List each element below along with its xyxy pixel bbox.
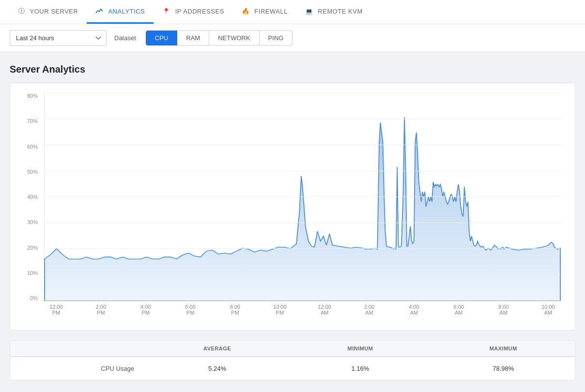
tab-ram[interactable]: RAM bbox=[177, 30, 209, 45]
grid-line bbox=[45, 145, 560, 145]
ip-addresses-icon: 📍 bbox=[162, 8, 170, 15]
stats-row-maximum: 78.98% bbox=[432, 357, 575, 380]
grid-line bbox=[45, 248, 560, 249]
grid-line bbox=[45, 196, 560, 197]
analytics-icon bbox=[95, 7, 103, 15]
stats-header-maximum: MAXIMUM bbox=[432, 341, 575, 356]
y-label: 20% bbox=[27, 245, 38, 251]
y-label: 60% bbox=[27, 144, 38, 150]
grid-line bbox=[45, 93, 560, 93]
chart-card: 80%70%60%50%40%30%20%10%0% bbox=[10, 83, 575, 331]
chart-inner bbox=[44, 93, 560, 301]
x-label: 10:00PM bbox=[268, 304, 292, 316]
y-axis: 80%70%60%50%40%30%20%10%0% bbox=[20, 93, 42, 301]
firewall-icon: 🔥 bbox=[242, 8, 250, 15]
stats-header-average: AVERAGE bbox=[146, 341, 289, 356]
stats-header: AVERAGE MINIMUM MAXIMUM bbox=[10, 341, 575, 357]
stats-row-label: CPU Usage bbox=[10, 357, 146, 380]
remote-kvm-icon: 💻 bbox=[305, 8, 313, 15]
nav-item-analytics[interactable]: ANALYTICS bbox=[87, 0, 154, 24]
tab-ping[interactable]: PING bbox=[260, 30, 293, 45]
y-label: 0% bbox=[30, 295, 38, 301]
nav-label-remote-kvm: REMOTE KVM bbox=[318, 8, 362, 15]
x-label: 12:00PM bbox=[44, 304, 68, 316]
grid-line bbox=[45, 119, 560, 120]
nav-item-firewall[interactable]: 🔥FIREWALL bbox=[233, 0, 296, 24]
stats-table: AVERAGE MINIMUM MAXIMUM CPU Usage 5.24% … bbox=[10, 340, 575, 380]
x-label: 6:00AM bbox=[446, 304, 471, 316]
tab-network[interactable]: NETWORK bbox=[209, 30, 259, 45]
grid-line bbox=[45, 223, 560, 223]
x-label: 6:00PM bbox=[178, 304, 202, 316]
grid-line bbox=[45, 300, 560, 301]
y-label: 10% bbox=[27, 270, 38, 276]
x-label: 4:00AM bbox=[402, 304, 426, 316]
top-nav: ⓘYOUR SERVERANALYTICS📍IP ADDRESSES🔥FIREW… bbox=[0, 0, 585, 24]
stats-header-empty bbox=[10, 341, 146, 356]
nav-label-analytics: ANALYTICS bbox=[108, 8, 145, 15]
x-axis: 12:00PM2:00PM4:00PM6:00PM8:00PM10:00PM12… bbox=[44, 301, 560, 325]
tab-cpu[interactable]: CPU bbox=[146, 30, 177, 45]
grid-line bbox=[45, 274, 560, 275]
x-label: 8:00PM bbox=[223, 304, 247, 316]
nav-item-remote-kvm[interactable]: 💻REMOTE KVM bbox=[296, 0, 371, 24]
x-label: 8:00AM bbox=[492, 304, 516, 316]
nav-label-your-server: YOUR SERVER bbox=[30, 8, 78, 15]
your-server-icon: ⓘ bbox=[18, 7, 25, 15]
page-content: Server Analytics 80%70%60%50%40%30%20%10… bbox=[0, 52, 585, 392]
nav-item-ip-addresses[interactable]: 📍IP ADDRESSES bbox=[154, 0, 233, 24]
dataset-label: Dataset bbox=[114, 34, 136, 42]
x-label: 10:00AM bbox=[536, 304, 560, 316]
nav-item-your-server[interactable]: ⓘYOUR SERVER bbox=[10, 0, 87, 24]
stats-header-minimum: MINIMUM bbox=[289, 341, 431, 356]
stats-row: CPU Usage 5.24% 1.16% 78.98% bbox=[10, 357, 575, 380]
toolbar: Last 24 hoursLast 7 daysLast 30 days Dat… bbox=[0, 24, 585, 52]
stats-row-average: 5.24% bbox=[146, 357, 289, 380]
section-title: Server Analytics bbox=[10, 64, 575, 75]
nav-label-firewall: FIREWALL bbox=[254, 8, 288, 15]
y-label: 50% bbox=[27, 169, 38, 175]
x-label: 2:00AM bbox=[357, 304, 382, 316]
y-label: 30% bbox=[27, 219, 38, 225]
y-label: 80% bbox=[27, 93, 38, 99]
x-label: 2:00PM bbox=[89, 304, 113, 316]
grid-line bbox=[45, 171, 560, 171]
y-label: 70% bbox=[27, 118, 38, 124]
dataset-tab-group: CPURAMNETWORKPING bbox=[146, 30, 293, 45]
time-range-select[interactable]: Last 24 hoursLast 7 daysLast 30 days bbox=[10, 30, 107, 46]
x-label: 4:00PM bbox=[134, 304, 158, 316]
chart-area: 80%70%60%50%40%30%20%10%0% bbox=[20, 93, 565, 325]
nav-label-ip-addresses: IP ADDRESSES bbox=[175, 8, 224, 15]
stats-row-minimum: 1.16% bbox=[289, 357, 431, 380]
x-label: 12:00AM bbox=[312, 304, 337, 316]
y-label: 40% bbox=[27, 194, 38, 200]
